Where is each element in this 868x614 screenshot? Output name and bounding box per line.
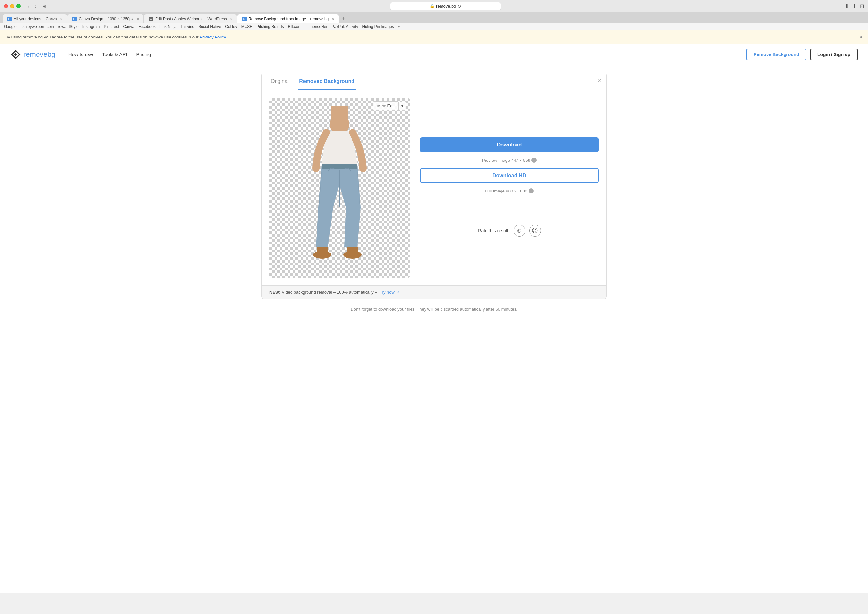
bookmark-ashleywelborn[interactable]: ashleywelborn.com — [20, 25, 54, 29]
bookmark-instagram[interactable]: Instagram — [82, 25, 100, 29]
tab-close-icon[interactable]: × — [230, 17, 232, 21]
tab-close-icon[interactable]: × — [332, 17, 334, 21]
forward-button[interactable]: › — [33, 3, 38, 10]
tab-label: Remove Background from Image – remove.bg — [248, 17, 329, 21]
url-bar[interactable]: 🔒 remove.bg ↻ — [390, 2, 501, 11]
back-button[interactable]: ‹ — [26, 3, 31, 10]
tab-wordpress[interactable]: W Edit Post ‹ Ashley Welborn — WordPress… — [144, 14, 237, 23]
nav-actions: Remove Background Login / Sign up — [746, 48, 857, 61]
person-svg — [304, 106, 375, 269]
rating-row: Rate this result: ☺ ☹ — [420, 225, 599, 236]
logo-icon — [11, 49, 21, 60]
external-link-icon: ↗ — [397, 291, 400, 294]
try-now-link[interactable]: Try now — [380, 290, 395, 295]
footer-text: Don't forget to download your files. The… — [350, 307, 518, 312]
tab-close-icon[interactable]: × — [60, 17, 62, 21]
happy-icon: ☺ — [516, 227, 522, 234]
download-hd-info: Full Image 800 × 1000 i — [420, 188, 599, 193]
tab-label: Canva Design – 1080 × 1350px — [79, 17, 133, 21]
url-text: remove.bg — [436, 3, 456, 8]
refresh-button[interactable]: ↻ — [457, 3, 461, 9]
bookmark-linkninja[interactable]: Link Ninja — [160, 25, 177, 29]
new-tab-button[interactable]: + — [339, 16, 348, 23]
tab-label: All your designs – Canva — [14, 17, 57, 21]
right-panel: Download Preview Image 447 × 559 i Downl… — [420, 98, 599, 278]
edit-main-button[interactable]: ✏ ✏ Edit — [373, 101, 398, 110]
share-icon-btn[interactable]: ⬆ — [852, 3, 857, 9]
bookmark-billcom[interactable]: Bill.com — [288, 25, 301, 29]
close-traffic-light[interactable] — [4, 4, 8, 8]
site-header: removebg How to use Tools & API Pricing … — [0, 44, 868, 65]
bookmarks-bar: Google ashleywelborn.com rewardStyle Ins… — [0, 23, 868, 30]
bookmark-facebook[interactable]: Facebook — [138, 25, 155, 29]
download-icon-btn[interactable]: ⬇ — [845, 3, 849, 9]
result-tabs: Original Removed Background × — [262, 73, 606, 90]
result-body: ✏ ✏ Edit ▾ — [262, 90, 606, 286]
tab-removebg[interactable]: R Remove Background from Image – remove.… — [237, 14, 339, 23]
tab-canva-all[interactable]: C All your designs – Canva × — [3, 14, 67, 23]
result-close-button[interactable]: × — [597, 77, 601, 84]
tab-favicon: R — [242, 17, 246, 21]
image-canvas: ✏ ✏ Edit ▾ — [269, 98, 409, 278]
bookmark-canva[interactable]: Canva — [123, 25, 135, 29]
svg-rect-4 — [331, 106, 347, 126]
cookie-text: By using remove.bg you agree to the use … — [5, 34, 227, 39]
cookie-close-button[interactable]: × — [859, 34, 863, 40]
bookmark-influenceher[interactable]: InfluenceHer — [305, 25, 327, 29]
new-badge: NEW: — [269, 290, 281, 295]
logo-area[interactable]: removebg — [11, 49, 56, 60]
sidebar-toggle-button[interactable]: ⊞ — [42, 3, 46, 9]
nav-pricing[interactable]: Pricing — [136, 51, 151, 57]
pencil-icon: ✏ — [377, 103, 381, 108]
tab-removed-background[interactable]: Removed Background — [298, 78, 356, 90]
nav-arrows: ‹ › — [26, 3, 39, 10]
bookmark-cohley[interactable]: Cohley — [225, 25, 237, 29]
url-bar-area: 🔒 remove.bg ↻ — [49, 2, 842, 11]
bookmark-paypal[interactable]: PayPal: Activity — [331, 25, 358, 29]
preview-info-icon[interactable]: i — [532, 158, 537, 163]
remove-background-button[interactable]: Remove Background — [746, 48, 806, 61]
login-signup-button[interactable]: Login / Sign up — [810, 48, 857, 61]
svg-rect-6 — [321, 165, 357, 169]
bookmark-pinterest[interactable]: Pinterest — [104, 25, 119, 29]
main-content: Original Removed Background × ✏ ✏ Edit — [255, 65, 613, 327]
bookmark-muse[interactable]: MUSE — [241, 25, 253, 29]
tabs-overview-btn[interactable]: ⊡ — [860, 3, 864, 9]
privacy-policy-link[interactable]: Privacy Policy — [200, 34, 226, 39]
download-hd-button[interactable]: Download HD — [420, 168, 599, 183]
fullscreen-traffic-light[interactable] — [16, 4, 20, 8]
toolbar-icons: ⬇ ⬆ ⊡ — [845, 3, 864, 9]
mac-titlebar: ‹ › ⊞ 🔒 remove.bg ↻ ⬇ ⬆ ⊡ — [0, 0, 868, 12]
bookmark-google[interactable]: Google — [4, 25, 17, 29]
bookmark-tailwind[interactable]: Tailwind — [181, 25, 195, 29]
chevron-down-icon: ▾ — [401, 104, 403, 108]
rating-label: Rate this result: — [478, 228, 509, 233]
download-preview-info: Preview Image 447 × 559 i — [420, 158, 599, 163]
rating-happy-button[interactable]: ☺ — [513, 225, 525, 236]
bookmark-hidingpins[interactable]: Hiding Pin Images — [362, 25, 394, 29]
rating-sad-button[interactable]: ☹ — [529, 225, 541, 236]
traffic-lights — [4, 4, 20, 8]
nav-how-to-use[interactable]: How to use — [68, 51, 93, 57]
site-wrapper: removebg How to use Tools & API Pricing … — [0, 44, 868, 593]
site-footer: Don't forget to download your files. The… — [261, 299, 607, 319]
tab-original[interactable]: Original — [269, 78, 290, 90]
tab-canva-design[interactable]: C Canva Design – 1080 × 1350px × — [68, 14, 144, 23]
cookie-banner: By using remove.bg you agree to the use … — [0, 30, 868, 44]
minimize-traffic-light[interactable] — [10, 4, 14, 8]
lock-icon: 🔒 — [430, 4, 435, 8]
download-button[interactable]: Download — [420, 137, 599, 152]
edit-dropdown-button[interactable]: ▾ — [398, 102, 406, 110]
tab-close-icon[interactable]: × — [137, 17, 139, 21]
tab-favicon: C — [7, 17, 12, 21]
tab-favicon: C — [72, 17, 77, 21]
result-container: Original Removed Background × ✏ ✏ Edit — [261, 73, 607, 299]
image-panel: ✏ ✏ Edit ▾ — [269, 98, 409, 278]
hd-info-icon[interactable]: i — [529, 188, 534, 193]
bookmarks-more-button[interactable]: » — [398, 25, 400, 29]
bookmark-socialnative[interactable]: Social Native — [198, 25, 221, 29]
nav-tools-api[interactable]: Tools & API — [102, 51, 127, 57]
bookmark-pitchingbrands[interactable]: Pitching Brands — [256, 25, 284, 29]
logo-text: removebg — [23, 50, 56, 59]
bookmark-rewardstyle[interactable]: rewardStyle — [58, 25, 78, 29]
